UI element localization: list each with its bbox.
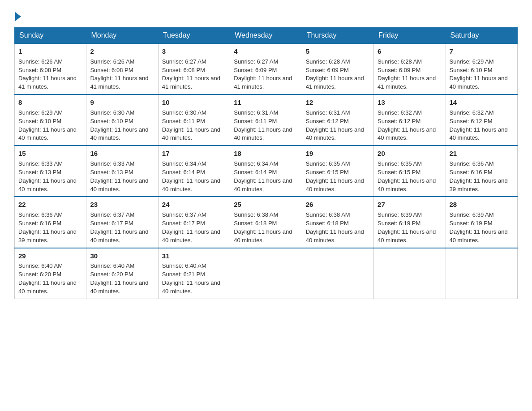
day-number: 17 — [162, 149, 226, 158]
calendar-cell — [230, 248, 302, 299]
day-number: 23 — [90, 200, 154, 210]
day-header-sunday: Sunday — [15, 28, 86, 44]
day-header-thursday: Thursday — [302, 28, 373, 44]
calendar-cell: 19Sunrise: 6:35 AMSunset: 6:15 PMDayligh… — [302, 146, 373, 197]
day-header-tuesday: Tuesday — [158, 28, 230, 44]
day-number: 9 — [90, 98, 154, 107]
day-number: 31 — [162, 251, 226, 261]
calendar-cell: 2Sunrise: 6:26 AMSunset: 6:08 PMDaylight… — [86, 43, 158, 94]
calendar-header-row: SundayMondayTuesdayWednesdayThursdayFrid… — [15, 28, 518, 44]
day-number: 5 — [306, 47, 370, 56]
week-row-1: 1Sunrise: 6:26 AMSunset: 6:08 PMDaylight… — [15, 43, 518, 94]
week-row-4: 22Sunrise: 6:36 AMSunset: 6:16 PMDayligh… — [15, 197, 518, 248]
day-number: 16 — [90, 149, 154, 158]
day-number: 24 — [162, 200, 226, 210]
page-header — [14, 11, 518, 19]
day-number: 2 — [90, 47, 154, 56]
day-number: 4 — [234, 47, 298, 56]
calendar-cell: 20Sunrise: 6:35 AMSunset: 6:15 PMDayligh… — [374, 146, 446, 197]
day-number: 14 — [450, 98, 514, 107]
calendar-cell: 17Sunrise: 6:34 AMSunset: 6:14 PMDayligh… — [158, 146, 230, 197]
day-number: 15 — [18, 149, 82, 158]
day-number: 7 — [450, 47, 514, 56]
day-number: 20 — [378, 149, 442, 158]
calendar-cell: 5Sunrise: 6:28 AMSunset: 6:09 PMDaylight… — [302, 43, 373, 94]
day-number: 25 — [234, 200, 298, 210]
calendar-cell: 28Sunrise: 6:39 AMSunset: 6:19 PMDayligh… — [446, 197, 517, 248]
calendar-cell: 21Sunrise: 6:36 AMSunset: 6:16 PMDayligh… — [446, 146, 517, 197]
logo — [14, 11, 21, 19]
calendar-cell: 13Sunrise: 6:32 AMSunset: 6:12 PMDayligh… — [374, 94, 446, 146]
week-row-2: 8Sunrise: 6:29 AMSunset: 6:10 PMDaylight… — [15, 94, 518, 146]
day-number: 28 — [450, 200, 514, 210]
calendar-cell: 10Sunrise: 6:30 AMSunset: 6:11 PMDayligh… — [158, 94, 230, 146]
calendar-cell: 23Sunrise: 6:37 AMSunset: 6:17 PMDayligh… — [86, 197, 158, 248]
day-number: 22 — [18, 200, 82, 210]
calendar-table: SundayMondayTuesdayWednesdayThursdayFrid… — [14, 27, 518, 299]
calendar-cell — [446, 248, 517, 299]
calendar-cell: 22Sunrise: 6:36 AMSunset: 6:16 PMDayligh… — [15, 197, 86, 248]
week-row-5: 29Sunrise: 6:40 AMSunset: 6:20 PMDayligh… — [15, 248, 518, 299]
calendar-cell: 7Sunrise: 6:29 AMSunset: 6:10 PMDaylight… — [446, 43, 517, 94]
calendar-cell: 26Sunrise: 6:38 AMSunset: 6:18 PMDayligh… — [302, 197, 373, 248]
day-number: 12 — [306, 98, 370, 107]
day-header-monday: Monday — [86, 28, 158, 44]
calendar-cell: 4Sunrise: 6:27 AMSunset: 6:09 PMDaylight… — [230, 43, 302, 94]
day-header-friday: Friday — [374, 28, 446, 44]
calendar-cell: 31Sunrise: 6:40 AMSunset: 6:21 PMDayligh… — [158, 248, 230, 299]
calendar-cell: 12Sunrise: 6:31 AMSunset: 6:12 PMDayligh… — [302, 94, 373, 146]
calendar-cell: 14Sunrise: 6:32 AMSunset: 6:12 PMDayligh… — [446, 94, 517, 146]
day-number: 29 — [18, 251, 82, 261]
calendar-cell: 3Sunrise: 6:27 AMSunset: 6:08 PMDaylight… — [158, 43, 230, 94]
calendar-cell: 18Sunrise: 6:34 AMSunset: 6:14 PMDayligh… — [230, 146, 302, 197]
calendar-cell: 24Sunrise: 6:37 AMSunset: 6:17 PMDayligh… — [158, 197, 230, 248]
day-number: 6 — [378, 47, 442, 56]
day-number: 13 — [378, 98, 442, 107]
day-number: 30 — [90, 251, 154, 261]
calendar-cell: 25Sunrise: 6:38 AMSunset: 6:18 PMDayligh… — [230, 197, 302, 248]
week-row-3: 15Sunrise: 6:33 AMSunset: 6:13 PMDayligh… — [15, 146, 518, 197]
calendar-cell: 16Sunrise: 6:33 AMSunset: 6:13 PMDayligh… — [86, 146, 158, 197]
day-number: 8 — [18, 98, 82, 107]
day-number: 26 — [306, 200, 370, 210]
day-number: 18 — [234, 149, 298, 158]
calendar-cell: 30Sunrise: 6:40 AMSunset: 6:20 PMDayligh… — [86, 248, 158, 299]
calendar-cell — [302, 248, 373, 299]
calendar-cell: 11Sunrise: 6:31 AMSunset: 6:11 PMDayligh… — [230, 94, 302, 146]
calendar-cell: 29Sunrise: 6:40 AMSunset: 6:20 PMDayligh… — [15, 248, 86, 299]
day-header-wednesday: Wednesday — [230, 28, 302, 44]
day-number: 1 — [18, 47, 82, 56]
day-number: 3 — [162, 47, 226, 56]
calendar-cell: 15Sunrise: 6:33 AMSunset: 6:13 PMDayligh… — [15, 146, 86, 197]
calendar-cell: 9Sunrise: 6:30 AMSunset: 6:10 PMDaylight… — [86, 94, 158, 146]
calendar-cell: 8Sunrise: 6:29 AMSunset: 6:10 PMDaylight… — [15, 94, 86, 146]
logo-arrow-icon — [15, 12, 21, 21]
day-number: 10 — [162, 98, 226, 107]
day-number: 27 — [378, 200, 442, 210]
calendar-cell — [374, 248, 446, 299]
day-number: 19 — [306, 149, 370, 158]
day-number: 21 — [450, 149, 514, 158]
day-header-saturday: Saturday — [446, 28, 517, 44]
day-number: 11 — [234, 98, 298, 107]
calendar-cell: 6Sunrise: 6:28 AMSunset: 6:09 PMDaylight… — [374, 43, 446, 94]
calendar-cell: 1Sunrise: 6:26 AMSunset: 6:08 PMDaylight… — [15, 43, 86, 94]
calendar-cell: 27Sunrise: 6:39 AMSunset: 6:19 PMDayligh… — [374, 197, 446, 248]
